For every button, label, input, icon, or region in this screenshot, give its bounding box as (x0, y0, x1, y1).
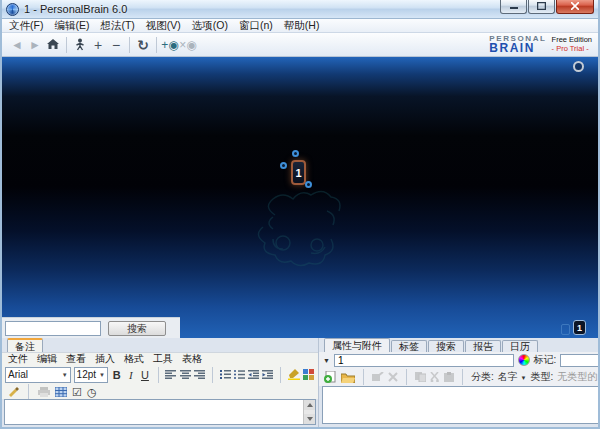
parent-gate-icon[interactable] (292, 150, 299, 157)
plex-canvas[interactable]: 1 1 搜索 (2, 57, 598, 338)
scroll-up-icon[interactable] (304, 400, 315, 410)
brain-watermark (245, 185, 355, 270)
highlight-color-icon[interactable] (288, 367, 300, 383)
menu-edit[interactable]: 编辑(E) (54, 19, 89, 33)
search-bar: 搜索 (2, 317, 180, 338)
type-label: 类型: (531, 370, 554, 384)
zoom-in-icon[interactable]: + (89, 36, 107, 54)
category-dropdown-icon: ▼ (521, 375, 527, 381)
print-icon (38, 387, 50, 397)
breadcrumb-thought[interactable]: 1 (573, 320, 586, 335)
paste-icon (444, 372, 454, 382)
thought-node-label: 1 (295, 167, 301, 179)
font-size-select[interactable]: 12pt▼ (74, 367, 108, 383)
tab-calendar[interactable]: 日历 (502, 340, 538, 352)
search-button[interactable]: 搜索 (108, 321, 166, 336)
search-input[interactable] (5, 321, 101, 336)
maximize-button[interactable] (528, 0, 555, 14)
insert-table-icon[interactable] (55, 387, 67, 397)
app-window: 1 - PersonalBrain 6.0 文件(F) 编辑(E) 想法(T) … (0, 0, 600, 429)
tab-tags[interactable]: 标签 (391, 340, 427, 352)
notes-menu-bar: 文件 编辑 查看 插入 格式 工具 表格 (2, 352, 318, 364)
align-left-icon[interactable] (165, 367, 176, 383)
title-bar: 1 - PersonalBrain 6.0 (2, 0, 598, 19)
category-label: 分类: (471, 370, 494, 384)
close-button[interactable] (556, 0, 594, 14)
thought-node[interactable]: 1 (291, 160, 306, 185)
child-gate-icon[interactable] (305, 181, 312, 188)
scroll-down-icon[interactable] (304, 414, 315, 424)
app-icon (6, 3, 19, 16)
menu-options[interactable]: 选项(O) (192, 19, 228, 33)
breadcrumb-ghost-icon[interactable] (561, 324, 570, 335)
remove-attachment-icon (388, 372, 398, 382)
italic-button[interactable]: I (125, 367, 136, 383)
open-folder-icon[interactable] (341, 372, 355, 383)
align-right-icon[interactable] (194, 367, 205, 383)
align-center-icon[interactable] (179, 367, 190, 383)
add-attachment-icon[interactable] (323, 371, 337, 383)
font-family-select[interactable]: Arial▼ (5, 367, 71, 383)
open-link-icon (372, 372, 384, 382)
breadcrumb-label: 1 (577, 323, 582, 333)
notes-editor-page[interactable] (5, 400, 303, 424)
minimize-button[interactable] (500, 0, 527, 14)
tab-search[interactable]: 搜索 (428, 340, 464, 352)
category-select[interactable]: 名字 ▼ (498, 370, 527, 384)
zoom-out-icon[interactable]: − (107, 36, 125, 54)
menu-thought[interactable]: 想法(T) (100, 19, 134, 33)
tab-reports[interactable]: 报告 (465, 340, 501, 352)
increase-indent-icon[interactable] (262, 367, 273, 383)
online-status-icon[interactable] (573, 61, 584, 72)
checkbox-icon[interactable]: ☑ (72, 386, 82, 399)
tag-input[interactable] (560, 354, 600, 367)
color-wheel-icon[interactable] (518, 354, 530, 366)
remove-pin-icon: ×◉ (179, 36, 197, 54)
underline-button[interactable]: U (139, 367, 150, 383)
menu-view[interactable]: 视图(V) (146, 19, 181, 33)
menu-window[interactable]: 窗口(n) (239, 19, 273, 33)
timer-icon[interactable]: ◷ (87, 386, 97, 399)
bold-button[interactable]: B (111, 367, 122, 383)
tab-properties[interactable]: 属性与附件 (324, 338, 390, 352)
refresh-icon[interactable]: ↻ (134, 36, 152, 54)
attachment-list[interactable] (322, 386, 600, 424)
thought-name-row: ▼ 标记: ▲ (319, 352, 600, 368)
window-title: 1 - PersonalBrain 6.0 (24, 3, 499, 15)
notes-scrollbar[interactable] (303, 400, 315, 424)
home-icon[interactable] (44, 36, 62, 54)
jump-gate-icon[interactable] (280, 162, 287, 169)
navigate-person-icon[interactable] (71, 36, 89, 54)
notes-secondary-toolbar: ☑ ◷ (2, 385, 318, 399)
cut-icon (430, 372, 440, 382)
type-value: 无类型的 (557, 370, 597, 384)
back-icon[interactable]: ◄ (8, 36, 26, 54)
menu-file[interactable]: 文件(F) (9, 19, 43, 33)
logo-edition: Free Edition (552, 36, 592, 44)
personalbrain-logo: PERSONAL BRAIN Free Edition - Pro Trial … (489, 35, 592, 54)
main-toolbar: ◄ ► + − ↻ +◉ ×◉ PERSONAL BRAIN Free Edit… (2, 33, 598, 57)
name-dropdown-icon[interactable]: ▼ (323, 357, 330, 364)
bulleted-list-icon[interactable] (234, 367, 245, 383)
menu-bar: 文件(F) 编辑(E) 想法(T) 视图(V) 选项(O) 窗口(n) 帮助(H… (2, 19, 598, 33)
forward-icon[interactable]: ► (26, 36, 44, 54)
properties-panel: 属性与附件 标签 搜索 报告 日历 ▼ 标记: ▲ (318, 338, 600, 427)
thought-name-input[interactable] (334, 354, 514, 367)
menu-help[interactable]: 帮助(H) (284, 19, 320, 33)
decrease-indent-icon[interactable] (248, 367, 259, 383)
add-pin-icon[interactable]: +◉ (161, 36, 179, 54)
tab-notes[interactable]: 备注 (7, 338, 43, 352)
copy-icon (415, 372, 426, 382)
notes-editor[interactable] (4, 399, 316, 425)
logo-trial: - Pro Trial - (552, 44, 592, 53)
tag-label: 标记: (534, 353, 557, 367)
notes-format-toolbar: Arial▼ 12pt▼ B I U (2, 364, 318, 385)
numbered-list-icon[interactable] (220, 367, 231, 383)
attachment-toolbar: 分类: 名字 ▼ 类型: 无类型的 私密 (319, 368, 600, 386)
font-color-icon[interactable] (303, 367, 315, 383)
format-brush-icon[interactable] (7, 387, 19, 397)
breadcrumb: 1 (561, 320, 586, 335)
logo-brain: BRAIN (489, 43, 546, 54)
notes-panel: 备注 文件 编辑 查看 插入 格式 工具 表格 Arial▼ 12pt▼ B I (2, 338, 318, 427)
